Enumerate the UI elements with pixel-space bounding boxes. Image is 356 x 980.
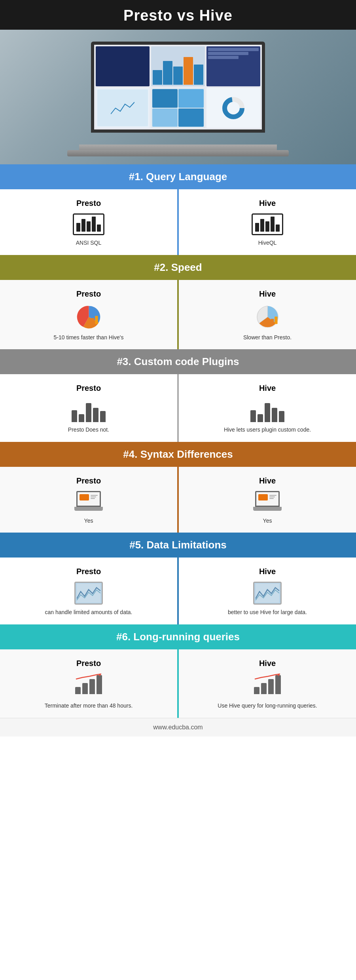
presto-long-running: Presto Terminate after more than 48 hour… <box>0 649 177 718</box>
hive-trend-icon <box>253 674 282 698</box>
section-header-plugins: #3. Custom code Plugins <box>0 349 356 374</box>
presto-data-icon <box>74 582 103 605</box>
presto-plugins-icon <box>72 398 106 422</box>
svg-rect-8 <box>275 316 277 324</box>
hive-data-icon <box>253 582 282 605</box>
presto-query-language: Presto ANSI SQL <box>0 189 177 255</box>
hero-image <box>0 30 356 164</box>
section-header-data-limitations: #5. Data Limitations <box>0 533 356 558</box>
comparison-row-speed: Presto 5-10 times faster than Hive's Hiv… <box>0 280 356 350</box>
presto-plugins: Presto Presto Does not. <box>0 374 177 442</box>
svg-rect-5 <box>95 316 98 323</box>
presto-speed-icon <box>76 304 102 330</box>
hive-long-running: Hive Use Hive query for long-running que… <box>179 649 356 718</box>
page-header: Presto vs Hive <box>0 0 356 30</box>
hive-query-language: Hive HiveQL <box>179 189 356 255</box>
laptop-bottom <box>67 150 289 156</box>
hive-syntax-icon <box>253 491 282 513</box>
comparison-row-syntax: Presto Yes Hive <box>0 467 356 533</box>
hive-plugins: Hive Hive lets users plugin custom code. <box>179 374 356 442</box>
presto-trend-icon <box>74 674 103 698</box>
presto-speed: Presto 5-10 times faster than Hive's <box>0 280 177 350</box>
page-title: Presto vs Hive <box>0 7 356 24</box>
hive-plugins-icon <box>250 398 284 422</box>
svg-rect-7 <box>271 319 273 324</box>
footer-url: www.educba.com <box>153 724 203 731</box>
footer: www.educba.com <box>0 718 356 736</box>
hive-sql-icon <box>252 213 283 235</box>
section-header-speed: #2. Speed <box>0 255 356 280</box>
comparison-row-query-language: Presto ANSI SQL Hive HiveQL <box>0 189 356 255</box>
hive-speed: Hive Slower than Presto. <box>179 280 356 350</box>
comparison-row-plugins: Presto Presto Does not. Hive Hive lets u… <box>0 374 356 442</box>
hive-speed-icon <box>255 304 280 330</box>
svg-point-2 <box>229 103 238 113</box>
laptop-graphic <box>67 38 289 156</box>
presto-syntax-icon <box>74 491 103 513</box>
hive-syntax: Hive Yes <box>179 467 356 533</box>
section-header-syntax: #4. Syntax Differences <box>0 442 356 467</box>
presto-data-limitations: Presto can handle limited amounts of dat… <box>0 558 177 624</box>
section-header-long-running: #6. Long-running queries <box>0 624 356 649</box>
laptop-screen <box>91 42 265 133</box>
presto-sql-icon <box>73 213 104 235</box>
svg-rect-4 <box>91 318 94 324</box>
presto-syntax: Presto Yes <box>0 467 177 533</box>
comparison-row-long-running: Presto Terminate after more than 48 hour… <box>0 649 356 718</box>
hive-data-limitations: Hive better to use Hive for large data. <box>179 558 356 624</box>
section-header-query-language: #1. Query Language <box>0 164 356 189</box>
comparison-row-data-limitations: Presto can handle limited amounts of dat… <box>0 558 356 624</box>
